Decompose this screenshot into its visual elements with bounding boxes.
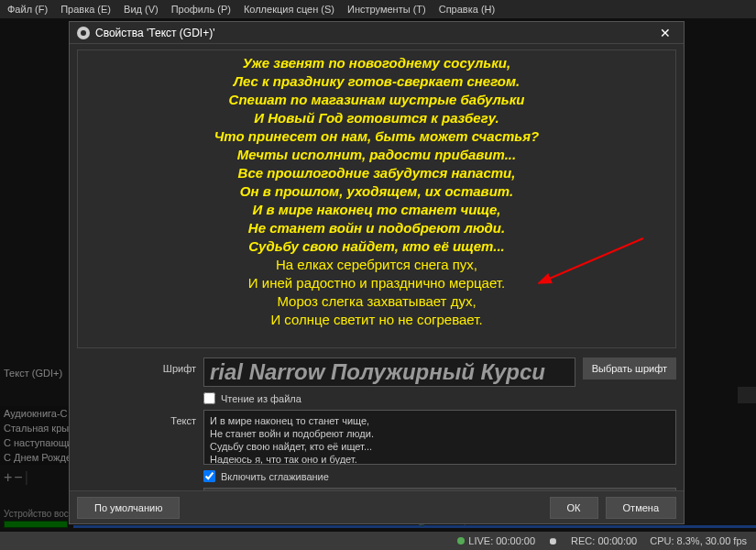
poem-line: Спешат по магазинам шустрые бабульки	[214, 91, 539, 109]
antialias-input[interactable]	[203, 470, 215, 482]
menu-help[interactable]: Справка (H)	[439, 4, 495, 15]
cpu-status: CPU: 8.3%, 30.00 fps	[650, 535, 747, 546]
poem-line: Уже звенят по новогоднему сосульки,	[214, 54, 539, 72]
poem-line: И иней радостно и празднично мерцает.	[214, 274, 539, 292]
poem-line: Лес к празднику готов-сверкает снегом.	[214, 72, 539, 91]
poem-line: И солнце светит но не согревает.	[214, 311, 539, 329]
menu-scenes[interactable]: Коллекция сцен (S)	[244, 4, 334, 15]
svg-line-0	[547, 238, 643, 280]
dialog-form: Шрифт rial Narrow Полужирный Курси Выбра…	[70, 354, 684, 490]
poem-line: Все прошлогодние забудутся напасти,	[214, 164, 539, 182]
menu-tools[interactable]: Инструменты (T)	[347, 4, 426, 15]
close-icon[interactable]: ✕	[654, 26, 676, 40]
menu-edit[interactable]: Правка (E)	[60, 4, 111, 15]
rec-icon: ⏺	[548, 535, 558, 546]
text-label: Текст	[77, 410, 196, 426]
font-preview[interactable]: rial Narrow Полужирный Курси	[203, 358, 575, 387]
poem-line: Мечты исполнит, радости прибавит...	[214, 146, 539, 164]
poem-line: И Новый Год готовится к разбегу.	[214, 109, 539, 127]
choose-font-button[interactable]: Выбрать шрифт	[583, 358, 676, 380]
rec-status: REC: 00:00:00	[571, 535, 637, 546]
menu-profile[interactable]: Профиль (P)	[171, 4, 231, 15]
obs-icon	[77, 27, 90, 39]
read-file-input[interactable]	[203, 392, 215, 404]
poem-line: На елках серебрится снега пух,	[214, 256, 539, 274]
font-label: Шрифт	[77, 358, 196, 374]
read-file-checkbox[interactable]: Чтение из файла	[203, 392, 301, 404]
poem-line: Он в прошлом, уходящем, их оставит.	[214, 182, 539, 201]
defaults-button[interactable]: По умолчанию	[77, 497, 180, 519]
poem-line: Мороз слегка захватывает дух,	[214, 292, 539, 311]
poem-line: И в мире наконец то станет чище,	[214, 201, 539, 219]
antialias-checkbox[interactable]: Включить сглаживание	[203, 470, 329, 482]
text-preview: Уже звенят по новогоднему сосульки, Лес …	[77, 50, 676, 348]
poem-line: Что принесет он нам, быть может счастья?	[214, 127, 539, 146]
dialog-title: Свойства 'Текст (GDI+)'	[95, 27, 654, 39]
cancel-button[interactable]: Отмена	[606, 497, 676, 519]
menu-file[interactable]: Файл (F)	[7, 4, 48, 15]
poem-line: Судьбу свою найдет, кто её ищет...	[214, 237, 539, 256]
menu-view[interactable]: Вид (V)	[124, 4, 159, 15]
annotation-arrow-icon	[538, 234, 648, 289]
poem-line: Не станет войн и подобреют люди.	[214, 219, 539, 237]
statusbar: LIVE: 00:00:00 ⏺ REC: 00:00:00 CPU: 8.3%…	[0, 532, 756, 550]
poem-content: Уже звенят по новогоднему сосульки, Лес …	[214, 54, 539, 329]
dialog-titlebar: Свойства 'Текст (GDI+)' ✕	[70, 22, 684, 44]
live-status: LIVE: 00:00:00	[457, 535, 535, 546]
text-input[interactable]: И в мире наконец то станет чище,Не стане…	[203, 410, 676, 465]
ok-button[interactable]: ОК	[550, 497, 598, 519]
properties-dialog: Свойства 'Текст (GDI+)' ✕ Уже звенят по …	[69, 21, 685, 524]
menubar: Файл (F) Правка (E) Вид (V) Профиль (P) …	[0, 0, 756, 18]
dialog-footer: По умолчанию ОК Отмена	[70, 490, 684, 523]
